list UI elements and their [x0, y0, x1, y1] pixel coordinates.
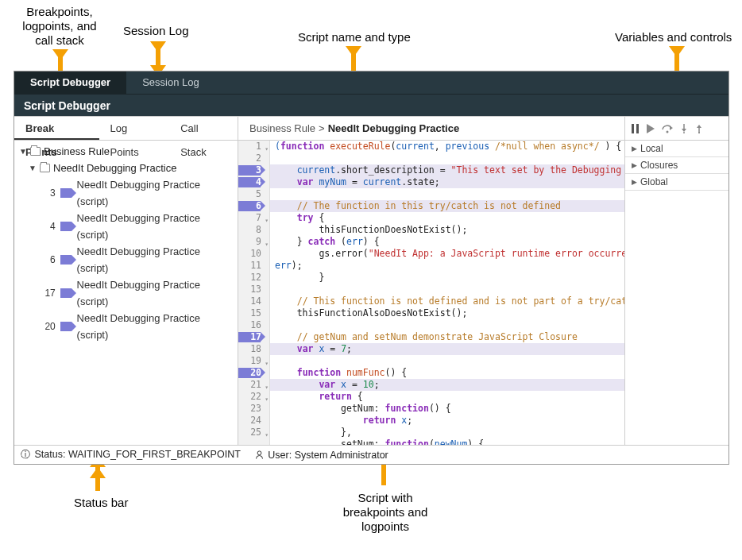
status-bar: ⓘ Status: WAITING_FOR_FIRST_BREAKPOINT U…	[14, 445, 728, 464]
line-number: 12	[250, 272, 261, 284]
tree-script-group[interactable]: ▼ NeedIt Debugging Practice	[14, 160, 238, 176]
pause-button[interactable]	[632, 124, 640, 133]
breakpoint-item[interactable]: 4NeedIt Debugging Practice (script)	[14, 210, 238, 243]
gutter-line[interactable]: 21▾	[238, 379, 269, 391]
line-number: 13	[250, 284, 261, 295]
breakpoint-item[interactable]: 20NeedIt Debugging Practice (script)	[14, 310, 238, 343]
breakpoint-line-number: 20	[38, 319, 56, 335]
line-number: 19	[250, 355, 261, 367]
gutter-line[interactable]: 17	[238, 331, 269, 343]
breadcrumb-name: NeedIt Debugging Practice	[328, 122, 459, 134]
tree-root-business-rule[interactable]: ▼ Business Rule	[14, 143, 238, 160]
line-number: 18	[250, 343, 261, 355]
breakpoint-item[interactable]: 17NeedIt Debugging Practice (script)	[14, 276, 238, 310]
step-over-button[interactable]	[662, 124, 673, 133]
line-number: 14	[250, 295, 261, 307]
variables-local-label: Local	[640, 143, 663, 154]
script-breadcrumb: Business Rule > NeedIt Debugging Practic…	[238, 117, 624, 141]
line-number: 3	[256, 164, 261, 176]
gutter-line[interactable]: 11	[238, 260, 269, 272]
gutter-line[interactable]: 16	[238, 319, 269, 331]
step-into-button[interactable]	[680, 124, 688, 133]
code-editor[interactable]: 1▾234567▾89▾10111213141516171819▾2021▾22…	[238, 141, 624, 445]
gutter-line[interactable]: 15	[238, 307, 269, 319]
svg-marker-9	[697, 125, 701, 128]
breadcrumb-separator: >	[319, 122, 325, 134]
gutter-line[interactable]: 3	[238, 164, 269, 176]
chevron-right-icon: ▶	[632, 161, 637, 169]
breakpoint-tree: ▼ Business Rule ▼ NeedIt Debugging Pract…	[14, 141, 238, 346]
breakpoint-item[interactable]: 3NeedIt Debugging Practice (script)	[14, 176, 238, 210]
annotation-script-body: Script with breakpoints and logpoints	[334, 491, 437, 534]
svg-marker-6	[682, 129, 686, 132]
annotation-session-log: Session Log	[123, 24, 189, 38]
breakpoint-label: NeedIt Debugging Practice (script)	[77, 210, 233, 243]
variables-local[interactable]: ▶ Local	[625, 141, 728, 157]
gutter-line[interactable]: 2	[238, 153, 269, 164]
variables-closures[interactable]: ▶ Closures	[625, 157, 728, 174]
gutter-line[interactable]: 23	[238, 403, 269, 415]
breakpoint-line-number: 17	[38, 285, 56, 302]
line-number: 21	[250, 379, 261, 391]
tab-log-points[interactable]: Log Points	[99, 117, 170, 140]
left-panel: Break Points Log Points Call Stack ▼ Bus…	[14, 117, 238, 445]
tab-call-stack[interactable]: Call Stack	[169, 117, 238, 140]
line-number: 7	[256, 212, 261, 224]
gutter-line[interactable]: 7▾	[238, 212, 269, 224]
breakpoint-marker-icon	[60, 188, 71, 198]
breakpoint-label: NeedIt Debugging Practice (script)	[77, 276, 233, 310]
line-number: 22	[250, 391, 261, 403]
variables-global[interactable]: ▶ Global	[625, 174, 728, 191]
center-panel: Business Rule > NeedIt Debugging Practic…	[238, 117, 624, 445]
breakpoint-marker-icon	[60, 288, 71, 298]
line-number: 17	[250, 331, 261, 343]
title-bar: Script Debugger	[14, 94, 728, 116]
gutter-line[interactable]: 9▾	[238, 236, 269, 248]
gutter-line[interactable]: 22▾	[238, 391, 269, 403]
gutter-line[interactable]: 10	[238, 248, 269, 260]
fold-icon[interactable]: ▾	[265, 429, 269, 441]
gutter-line[interactable]: 14	[238, 295, 269, 307]
svg-point-10	[698, 132, 700, 133]
line-number: 15	[250, 307, 261, 319]
gutter-line[interactable]: 5	[238, 188, 269, 200]
annotation-script-name: Script name and type	[298, 30, 411, 44]
tree-root-label: Business Rule	[44, 143, 110, 160]
breakpoint-label: NeedIt Debugging Practice (script)	[77, 310, 233, 343]
breakpoint-item[interactable]: 6NeedIt Debugging Practice (script)	[14, 243, 238, 276]
line-number: 23	[250, 403, 261, 415]
breakpoint-label: NeedIt Debugging Practice (script)	[77, 243, 233, 276]
gutter-line[interactable]: 24	[238, 415, 269, 427]
gutter-line[interactable]: 8	[238, 224, 269, 236]
code-gutter[interactable]: 1▾234567▾89▾10111213141516171819▾2021▾22…	[238, 141, 270, 445]
line-number: 11	[250, 260, 261, 272]
breakpoint-marker-icon	[60, 322, 71, 331]
tab-script-debugger[interactable]: Script Debugger	[14, 71, 126, 94]
folder-icon	[30, 147, 41, 156]
gutter-line[interactable]: 20	[238, 367, 269, 379]
gutter-line[interactable]: 12	[238, 272, 269, 284]
breakpoint-marker-icon	[60, 255, 71, 265]
gutter-line[interactable]: 18	[238, 343, 269, 355]
right-panel: ▶ Local ▶ Closures ▶ Global	[624, 117, 728, 445]
gutter-line[interactable]: 19▾	[238, 355, 269, 367]
debugger-window: Script Debugger Session Log Script Debug…	[14, 71, 729, 465]
tab-break-points[interactable]: Break Points	[14, 117, 99, 140]
gutter-line[interactable]: 1▾	[238, 141, 269, 153]
svg-point-4	[667, 130, 669, 133]
gutter-line[interactable]: 25▾	[238, 427, 269, 438]
svg-point-11	[257, 450, 261, 454]
line-number: 1	[256, 141, 261, 153]
gutter-line[interactable]: 4	[238, 176, 269, 188]
line-number: 4	[256, 176, 261, 188]
annotation-variables: Variables and controls	[615, 30, 732, 44]
resume-button[interactable]	[647, 124, 655, 133]
code-body[interactable]: (function executeRule(current, previous …	[270, 141, 624, 445]
gutter-line[interactable]: 13	[238, 284, 269, 295]
line-number: 25	[250, 427, 261, 438]
folder-icon	[40, 164, 50, 172]
line-number: 20	[250, 367, 261, 379]
step-out-button[interactable]	[695, 124, 703, 133]
tab-session-log[interactable]: Session Log	[126, 71, 215, 94]
gutter-line[interactable]: 6	[238, 200, 269, 212]
